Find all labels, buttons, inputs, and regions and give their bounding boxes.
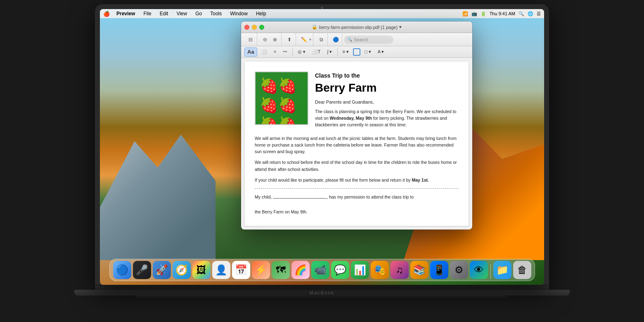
dock-app-preview[interactable]: 👁 (470, 261, 488, 279)
doc-main-title: Berry Farm (315, 82, 459, 95)
chevron-down-icon: ▾ (399, 24, 402, 30)
menu-view[interactable]: View (175, 11, 189, 17)
base (136, 296, 508, 299)
find-button[interactable]: 🔵 (331, 35, 340, 44)
menu-go[interactable]: Go (194, 11, 204, 17)
dock-app-facetime[interactable]: 📹 (311, 261, 329, 279)
dock-app-photos-widget[interactable]: 🖼 (192, 261, 211, 279)
border-button[interactable] (353, 48, 360, 56)
view-toolbar-group: ⊟ (244, 33, 257, 46)
annotation-toolbar: Aa ⬜ ⌗ 〜 ◎ ▾ ⬜T ∫ ▾ ≡ ▾ □ ▾ A ▾ (241, 46, 472, 58)
menu-window[interactable]: Window (228, 11, 249, 17)
view-mode-button[interactable]: ⊟ (246, 35, 255, 44)
dock-app-maps[interactable]: 🗺 (272, 261, 290, 279)
wifi-icon: 📶 (462, 11, 468, 17)
rect-select-button[interactable]: ⬜ (259, 47, 270, 57)
main-toolbar: ⊟ ⊖ ⊕ ⬆ ✏️ ▾ ⧉ (241, 33, 472, 46)
ann-sep-1 (292, 48, 293, 56)
menu-help[interactable]: Help (254, 11, 268, 17)
zoom-out-button[interactable]: ⊖ (260, 35, 270, 44)
title-text: berry-farm-permission-slip.pdf (1 page) (319, 25, 398, 30)
minimize-button[interactable] (252, 25, 257, 30)
doc-title-section: Class Trip to the Berry Farm Dear Parent… (315, 71, 459, 128)
crop-button[interactable]: ⌗ (271, 47, 279, 57)
font-button[interactable]: A ▾ (375, 47, 387, 57)
doc-greeting: Dear Parents and Guardians, (315, 99, 459, 106)
menu-file[interactable]: File (142, 11, 153, 17)
lock-icon: 🔒 (312, 24, 317, 30)
menubar: 🍎 Preview File Edit View Go Tools Window… (100, 9, 544, 18)
dock-app-system-prefs[interactable]: ⚙ (450, 261, 468, 279)
notification-icon[interactable]: ☰ (537, 11, 541, 17)
zoom-in-button[interactable]: ⊕ (270, 35, 279, 44)
dashed-separator (255, 188, 459, 189)
clock: Thu 9:41 AM (490, 11, 515, 16)
dock-app-books[interactable]: 📚 (410, 261, 429, 279)
battery-icon: 🔋 (481, 11, 486, 17)
dock-app-safari[interactable]: 🧭 (173, 261, 191, 279)
dock-app-launchpad[interactable]: 🚀 (153, 261, 171, 279)
text-ann-button[interactable]: Aa (244, 47, 257, 57)
text-box-button[interactable]: ⬜T (310, 47, 323, 57)
doc-paragraph-3: We will return to school before the end … (255, 159, 459, 173)
macbook-frame: 🍎 Preview File Edit View Go Tools Window… (74, 4, 570, 318)
window-controls (244, 25, 264, 30)
signature-button[interactable]: ∫ ▾ (324, 47, 334, 57)
document-content: Class Trip to the Berry Farm Dear Parent… (244, 61, 469, 226)
desktop-screen: 🍎 Preview File Edit View Go Tools Window… (100, 9, 544, 285)
menu-edit[interactable]: Edit (158, 11, 170, 17)
search-magnifier-icon: 🔍 (347, 37, 352, 42)
maximize-button[interactable] (259, 25, 264, 30)
dock-app-finder[interactable]: 🔵 (113, 261, 131, 279)
close-button[interactable] (244, 25, 249, 30)
doc-paragraph-4: If your child would like to participate,… (255, 177, 459, 183)
ann-sep-2 (337, 48, 338, 56)
search-placeholder: Search (354, 37, 368, 42)
apple-menu[interactable]: 🍎 (103, 11, 110, 17)
sketch-button[interactable]: 〜 (280, 47, 290, 57)
airplay-icon: 📺 (471, 11, 477, 17)
mountain-left (100, 128, 215, 260)
shapes-button[interactable]: ◎ ▾ (295, 47, 308, 57)
doc-paragraph-2: We will arrive in the morning and eat lu… (255, 135, 459, 155)
copy-button[interactable]: ⧉ (317, 35, 326, 44)
dock-app-music[interactable]: ♫ (391, 261, 409, 279)
dock-app-calendar[interactable]: 📅 (232, 261, 250, 279)
find-toolbar-group: 🔵 (329, 33, 342, 46)
menu-preview[interactable]: Preview (115, 11, 137, 17)
zoom-toolbar-group: ⊖ ⊕ (259, 33, 282, 46)
siri-icon[interactable]: 🌐 (528, 11, 533, 17)
screen-bottom-bar (95, 285, 549, 290)
dock-app-keynote[interactable]: 🎭 (371, 261, 389, 279)
markup-toolbar-group: ✏️ ▾ (298, 33, 313, 46)
dock-app-appstore[interactable]: 📱 (430, 261, 448, 279)
search-icon[interactable]: 🔍 (519, 11, 524, 17)
pen-button[interactable]: ✏️ (299, 35, 308, 44)
menubar-right: 📶 📺 🔋 Thu 9:41 AM 🔍 🌐 ☰ (462, 11, 541, 17)
dock-app-siri[interactable]: 🎤 (133, 261, 151, 279)
preview-window: 🔒 berry-farm-permission-slip.pdf (1 page… (241, 21, 472, 230)
dock-app-shortcuts[interactable]: ⚡ (252, 261, 270, 279)
align-button[interactable]: ≡ ▾ (340, 47, 351, 57)
menubar-left: 🍎 Preview File Edit View Go Tools Window… (103, 11, 268, 17)
window-title: 🔒 berry-farm-permission-slip.pdf (1 page… (312, 24, 402, 30)
menu-tools[interactable]: Tools (208, 11, 223, 17)
copy-toolbar-group: ⧉ (315, 33, 328, 46)
child-name-blank (273, 198, 327, 199)
share-toolbar-group: ⬆ (283, 33, 296, 46)
share-button[interactable]: ⬆ (285, 35, 294, 44)
dock-app-photos2[interactable]: 🌈 (291, 261, 310, 279)
dock-app-folder[interactable]: 📁 (493, 261, 511, 279)
hinge-bar: MacBook (74, 290, 570, 296)
screen-bezel: 🍎 Preview File Edit View Go Tools Window… (95, 4, 549, 285)
dock: 🔵 🎤 🚀 🧭 🖼 👤 📅 ⚡ 🗺 🌈 📹 💬 📊 🎭 ♫ 📚 (100, 257, 544, 285)
macbook-label: MacBook (310, 290, 334, 295)
search-field[interactable]: 🔍 Search (344, 36, 393, 44)
doc-subtitle: Class Trip to the (315, 71, 459, 80)
dock-app-trash[interactable]: 🗑 (513, 261, 531, 279)
dock-app-messages[interactable]: 💬 (331, 261, 349, 279)
dock-app-numbers[interactable]: 📊 (351, 261, 369, 279)
dock-app-contacts[interactable]: 👤 (212, 261, 230, 279)
color-button[interactable]: □ ▾ (362, 47, 374, 57)
text-ann-icon: Aa (247, 49, 254, 55)
